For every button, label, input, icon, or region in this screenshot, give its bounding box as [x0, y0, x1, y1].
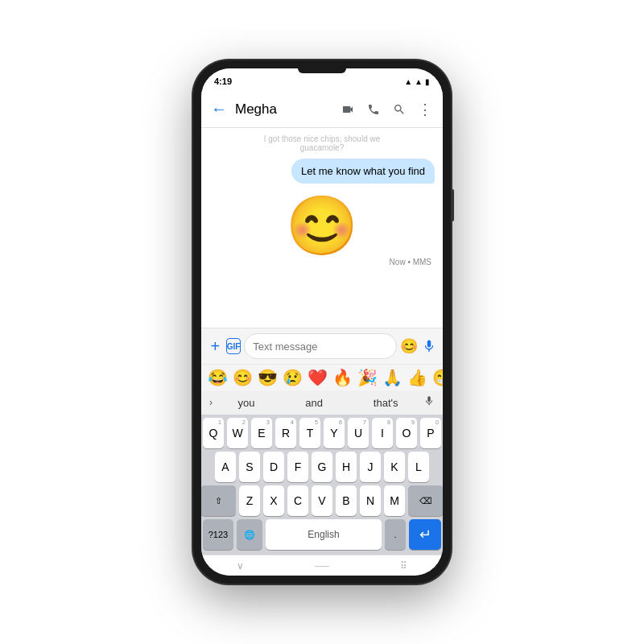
input-bar: + GIF 😊: [201, 328, 443, 364]
battery-icon: ▮: [425, 77, 430, 86]
key-x[interactable]: X: [263, 485, 284, 516]
key-c[interactable]: C: [287, 485, 308, 516]
emoji-suggest-1[interactable]: 😂: [208, 368, 228, 387]
message-area: I got those nice chips, should weguacamo…: [201, 128, 443, 328]
key-n[interactable]: N: [360, 485, 381, 516]
mms-timestamp: Now • MMS: [209, 258, 435, 266]
keyboard-row-1: 1Q 2W 3E 4R 5T 6Y 7U 8I 9O 0P: [203, 418, 441, 448]
word-suggestion-1[interactable]: you: [237, 397, 254, 409]
keyboard-row-2: A S D F G H J K L: [203, 452, 441, 482]
nav-chevron-down[interactable]: ∨: [237, 560, 244, 572]
emoji-suggest-8[interactable]: 🙏: [382, 368, 402, 387]
key-d[interactable]: D: [263, 452, 284, 482]
key-y[interactable]: 6Y: [324, 418, 345, 448]
enter-key[interactable]: ↵: [409, 519, 441, 550]
backspace-key[interactable]: ⌫: [408, 485, 443, 516]
signal-icon: ▲: [415, 77, 423, 86]
contact-name: Megha: [233, 101, 333, 118]
word-suggestions-row: › you and that's: [201, 390, 443, 415]
key-q[interactable]: 1Q: [203, 418, 224, 448]
phone-screen: 4:19 ▲ ▲ ▮ ← Megha ⋮: [201, 68, 443, 576]
key-b[interactable]: B: [336, 485, 357, 516]
sent-bubble: Let me know what you find: [291, 159, 435, 184]
key-z[interactable]: Z: [239, 485, 260, 516]
key-i[interactable]: 8I: [372, 418, 393, 448]
keyboard-row-4: ?123 🌐 English . ↵: [203, 519, 441, 550]
keyboard: 1Q 2W 3E 4R 5T 6Y 7U 8I 9O 0P A S D F G …: [201, 415, 443, 555]
header-icons: ⋮: [336, 98, 436, 121]
keyboard-row-3: ⇧ Z X C V B N M ⌫: [203, 485, 441, 516]
bottom-nav-bar: ∨ — ⠿: [201, 555, 443, 576]
emoji-suggest-7[interactable]: 🎉: [357, 368, 378, 387]
more-options-icon[interactable]: ⋮: [414, 98, 436, 121]
emoji-sticker-row: 😊: [209, 196, 435, 254]
nav-home-pill[interactable]: —: [315, 557, 329, 574]
key-p[interactable]: 0P: [420, 418, 441, 448]
key-f[interactable]: F: [287, 452, 308, 482]
key-m[interactable]: M: [384, 485, 405, 516]
emoji-suggest-3[interactable]: 😎: [258, 368, 278, 387]
status-bar: 4:19 ▲ ▲ ▮: [201, 68, 443, 91]
key-k[interactable]: K: [384, 452, 405, 482]
nav-recents-grid[interactable]: ⠿: [400, 560, 407, 572]
emoji-suggest-10[interactable]: 😁: [432, 368, 443, 387]
key-g[interactable]: G: [312, 452, 332, 482]
text-message-input[interactable]: [244, 333, 397, 359]
phone-call-icon[interactable]: [362, 98, 385, 121]
emoji-input-button[interactable]: 😊: [400, 334, 418, 358]
video-call-icon[interactable]: [336, 98, 359, 121]
key-u[interactable]: 7U: [348, 418, 369, 448]
voice-input-button[interactable]: [421, 334, 436, 358]
keyboard-mic-icon[interactable]: [423, 395, 435, 410]
emoji-suggest-2[interactable]: 😊: [233, 368, 253, 387]
add-attachment-button[interactable]: +: [208, 334, 223, 358]
top-snippet: I got those nice chips, should weguacamo…: [209, 134, 435, 152]
emoji-suggestions-row: 😂 😊 😎 😢 ❤️ 🔥 🎉 🙏 👍 😁: [201, 364, 443, 390]
key-h[interactable]: H: [336, 452, 357, 482]
word-suggestion-3[interactable]: that's: [374, 397, 398, 409]
search-icon[interactable]: [388, 98, 411, 121]
key-j[interactable]: J: [360, 452, 381, 482]
key-o[interactable]: 9O: [396, 418, 417, 448]
sent-message-row: Let me know what you find: [209, 159, 435, 184]
key-t[interactable]: 5T: [299, 418, 320, 448]
key-w[interactable]: 2W: [227, 418, 248, 448]
shift-key[interactable]: ⇧: [201, 485, 236, 516]
space-key[interactable]: English: [266, 519, 382, 550]
side-button: [451, 189, 454, 221]
app-header: ← Megha ⋮: [201, 91, 443, 128]
emoji-suggest-6[interactable]: 🔥: [332, 368, 353, 387]
status-icons: ▲ ▲ ▮: [404, 77, 430, 86]
phone-frame: 4:19 ▲ ▲ ▮ ← Megha ⋮: [193, 60, 451, 584]
emoji-suggest-5[interactable]: ❤️: [308, 368, 328, 387]
emoji-suggest-4[interactable]: 😢: [283, 368, 303, 387]
key-s[interactable]: S: [239, 452, 260, 482]
status-time: 4:19: [214, 76, 232, 86]
key-e[interactable]: 3E: [251, 418, 272, 448]
gif-button[interactable]: GIF: [226, 338, 242, 354]
emoji-suggest-9[interactable]: 👍: [407, 368, 427, 387]
wifi-icon: ▲: [404, 77, 412, 86]
key-v[interactable]: V: [312, 485, 332, 516]
word-suggestion-2[interactable]: and: [305, 397, 323, 409]
key-r[interactable]: 4R: [275, 418, 296, 448]
emoji-globe-key[interactable]: 🌐: [237, 519, 262, 550]
key-a[interactable]: A: [215, 452, 236, 482]
word-suggestions-list: you and that's: [213, 397, 423, 409]
emoji-sticker: 😊: [286, 196, 358, 254]
back-button[interactable]: ←: [208, 97, 230, 122]
period-key[interactable]: .: [385, 519, 406, 550]
numbers-key[interactable]: ?123: [203, 519, 233, 550]
key-l[interactable]: L: [408, 452, 429, 482]
